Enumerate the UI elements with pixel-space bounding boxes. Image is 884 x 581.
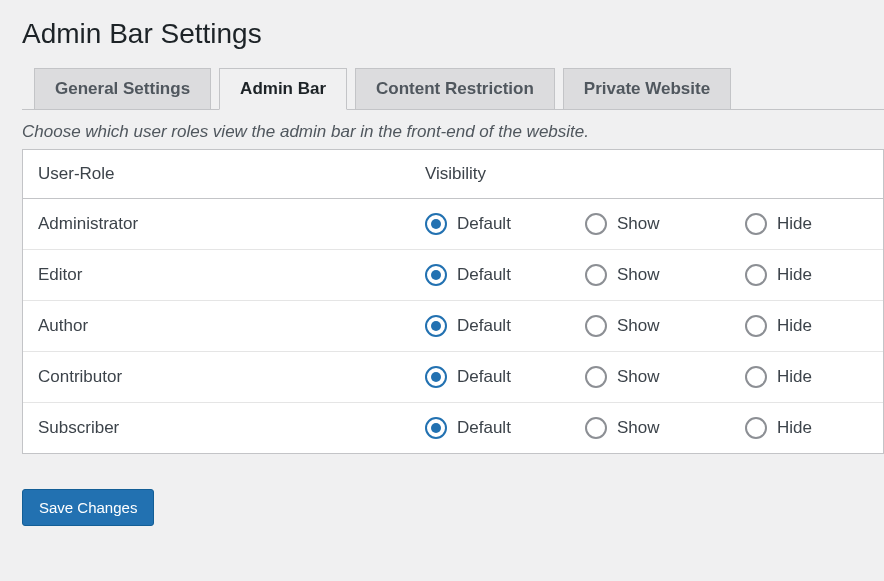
radio-default-label[interactable]: Default — [425, 366, 535, 388]
role-name: Editor — [23, 250, 410, 301]
adminbar-settings-table: User-Role Visibility AdministratorDefaul… — [22, 149, 884, 454]
radio-show-text: Show — [617, 418, 660, 438]
table-header-visibility: Visibility — [410, 150, 883, 199]
radio-hide-label[interactable]: Hide — [745, 213, 855, 235]
radio-hide-text: Hide — [777, 418, 812, 438]
radio-show[interactable] — [585, 315, 607, 337]
radio-default-text: Default — [457, 418, 511, 438]
radio-hide[interactable] — [745, 264, 767, 286]
table-row: EditorDefaultShowHide — [23, 250, 883, 301]
visibility-cell: DefaultShowHide — [410, 403, 883, 453]
radio-default[interactable] — [425, 315, 447, 337]
radio-hide[interactable] — [745, 417, 767, 439]
radio-hide-label[interactable]: Hide — [745, 264, 855, 286]
radio-hide-text: Hide — [777, 316, 812, 336]
table-row: AuthorDefaultShowHide — [23, 301, 883, 352]
radio-hide-label[interactable]: Hide — [745, 366, 855, 388]
radio-hide-label[interactable]: Hide — [745, 315, 855, 337]
radio-hide[interactable] — [745, 315, 767, 337]
table-row: SubscriberDefaultShowHide — [23, 403, 883, 453]
page-title: Admin Bar Settings — [22, 18, 884, 50]
radio-show-label[interactable]: Show — [585, 315, 695, 337]
radio-default[interactable] — [425, 417, 447, 439]
radio-show[interactable] — [585, 213, 607, 235]
tab-general-settings[interactable]: General Settings — [34, 68, 211, 109]
radio-show-label[interactable]: Show — [585, 264, 695, 286]
radio-hide[interactable] — [745, 366, 767, 388]
radio-show-label[interactable]: Show — [585, 213, 695, 235]
radio-default[interactable] — [425, 264, 447, 286]
table-row: ContributorDefaultShowHide — [23, 352, 883, 403]
role-name: Author — [23, 301, 410, 352]
table-header-role: User-Role — [23, 150, 410, 199]
radio-hide-text: Hide — [777, 265, 812, 285]
tab-admin-bar[interactable]: Admin Bar — [219, 68, 347, 110]
radio-show-text: Show — [617, 316, 660, 336]
radio-show-label[interactable]: Show — [585, 417, 695, 439]
table-row: AdministratorDefaultShowHide — [23, 199, 883, 250]
radio-default-text: Default — [457, 367, 511, 387]
radio-hide[interactable] — [745, 213, 767, 235]
section-description: Choose which user roles view the admin b… — [22, 120, 884, 144]
radio-default-text: Default — [457, 265, 511, 285]
tab-content-restriction[interactable]: Content Restriction — [355, 68, 555, 109]
radio-default-label[interactable]: Default — [425, 213, 535, 235]
visibility-cell: DefaultShowHide — [410, 250, 883, 301]
role-name: Subscriber — [23, 403, 410, 453]
visibility-cell: DefaultShowHide — [410, 301, 883, 352]
radio-hide-text: Hide — [777, 214, 812, 234]
radio-hide-label[interactable]: Hide — [745, 417, 855, 439]
radio-show[interactable] — [585, 366, 607, 388]
radio-default-label[interactable]: Default — [425, 264, 535, 286]
save-button[interactable]: Save Changes — [22, 489, 154, 526]
radio-show[interactable] — [585, 264, 607, 286]
radio-default[interactable] — [425, 213, 447, 235]
visibility-cell: DefaultShowHide — [410, 199, 883, 250]
radio-default[interactable] — [425, 366, 447, 388]
role-name: Contributor — [23, 352, 410, 403]
radio-show-text: Show — [617, 214, 660, 234]
radio-default-label[interactable]: Default — [425, 417, 535, 439]
radio-default-text: Default — [457, 214, 511, 234]
role-name: Administrator — [23, 199, 410, 250]
radio-show[interactable] — [585, 417, 607, 439]
radio-hide-text: Hide — [777, 367, 812, 387]
tabs: General SettingsAdmin BarContent Restric… — [22, 68, 884, 110]
visibility-cell: DefaultShowHide — [410, 352, 883, 403]
radio-show-label[interactable]: Show — [585, 366, 695, 388]
radio-show-text: Show — [617, 367, 660, 387]
tab-private-website[interactable]: Private Website — [563, 68, 731, 109]
radio-default-label[interactable]: Default — [425, 315, 535, 337]
radio-show-text: Show — [617, 265, 660, 285]
radio-default-text: Default — [457, 316, 511, 336]
